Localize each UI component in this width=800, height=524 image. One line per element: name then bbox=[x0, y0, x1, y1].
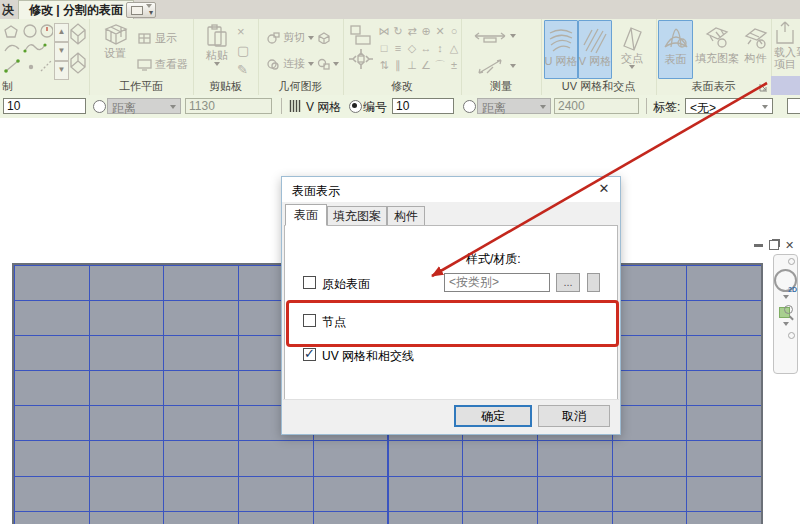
scroll-up-icon[interactable]: ▲ bbox=[54, 23, 69, 42]
paste-button[interactable]: 粘贴 bbox=[200, 23, 234, 66]
u-distance-dropdown[interactable]: 距离 bbox=[107, 98, 181, 114]
viewer-button[interactable]: 查看器 bbox=[137, 57, 188, 72]
load-into-project-button[interactable]: 载入到 项目 bbox=[774, 20, 800, 80]
modify-tool-icon[interactable]: ∥ bbox=[391, 57, 405, 74]
modify-tool-icon[interactable]: ↻ bbox=[391, 23, 405, 40]
cut-icon[interactable]: × bbox=[237, 24, 249, 39]
modify-tool-icon[interactable]: ⇅ bbox=[377, 57, 391, 74]
modify-tool-icon[interactable]: ○ bbox=[447, 23, 461, 40]
modify-tool-icon[interactable]: ⋈ bbox=[377, 23, 391, 40]
component-button[interactable]: 构件 bbox=[741, 20, 770, 77]
panel-draw: ▲ ▼ ▼ 制 bbox=[0, 19, 90, 95]
model-face-icon[interactable] bbox=[68, 22, 88, 46]
modify-tool-icon[interactable]: ⇄ bbox=[405, 23, 419, 40]
chevron-down-icon bbox=[333, 62, 339, 66]
modify-tool-icon[interactable]: ⊥ bbox=[405, 57, 419, 74]
draw-tools-icons[interactable] bbox=[3, 23, 53, 79]
cancel-button[interactable]: 取消 bbox=[538, 405, 610, 427]
surface-button[interactable]: 表面 bbox=[658, 20, 693, 79]
steering-wheel-icon[interactable]: 2D bbox=[774, 269, 797, 292]
navbar-pin-icon[interactable] bbox=[788, 258, 795, 265]
close-icon[interactable]: ✕ bbox=[785, 240, 794, 250]
dialog-launcher-icon[interactable] bbox=[759, 83, 768, 92]
options-bar: 距离 V 网格 编号 距离 标签: <无> bbox=[0, 95, 800, 119]
modify-tool-icon[interactable]: ⌒ bbox=[433, 57, 447, 74]
modify-tool-icon[interactable]: ◇ bbox=[405, 40, 419, 57]
tab-pattern[interactable]: 填充图案 bbox=[327, 206, 387, 226]
v-number-radio[interactable] bbox=[349, 100, 362, 113]
load-into-project-icon bbox=[774, 20, 796, 46]
browse-material-button[interactable]: ... bbox=[556, 273, 580, 292]
modify-tool-icon[interactable]: ↔ bbox=[419, 40, 433, 57]
modify-tool-icon[interactable]: ↕ bbox=[433, 40, 447, 57]
show-work-plane-button[interactable]: 显示 bbox=[137, 31, 177, 46]
modify-tool-icon[interactable]: ⊕ bbox=[419, 23, 433, 40]
ribbon-display-toggle-button[interactable]: ▾ bbox=[126, 2, 156, 18]
uv-grids-lines-checkbox[interactable] bbox=[303, 348, 316, 361]
cut-geometry-button[interactable]: 剪切 bbox=[266, 30, 330, 45]
modify-tool-icon[interactable]: ≡ bbox=[391, 40, 405, 57]
edge-input[interactable] bbox=[787, 98, 800, 114]
dialog-title: 表面表示 bbox=[292, 183, 340, 200]
measure-angle-button[interactable] bbox=[473, 57, 516, 75]
scroll-down-icon[interactable]: ▼ bbox=[54, 42, 69, 61]
magnifier-handle bbox=[789, 315, 794, 320]
modify-tool-icon[interactable]: △ bbox=[447, 40, 461, 57]
restore-icon[interactable] bbox=[769, 240, 779, 250]
cut-geometry-icon bbox=[266, 32, 280, 44]
tab-component[interactable]: 构件 bbox=[387, 206, 425, 226]
modify-shapes-icon[interactable] bbox=[348, 23, 374, 79]
u-distance-radio[interactable] bbox=[93, 100, 106, 113]
modify-tools-grid[interactable]: ⋈ ↻ ⇄ ⊕ ✕ ○ □ ≡ ◇ ↔ ↕ △ ⇅ ∥ ⊥ ∠ ⌒ ± bbox=[377, 23, 461, 74]
join-geometry-button[interactable]: 连接 bbox=[266, 56, 339, 71]
close-icon[interactable]: ✕ bbox=[596, 181, 612, 197]
minimize-icon[interactable] bbox=[754, 244, 763, 247]
chevron-down-icon bbox=[540, 105, 546, 109]
component-icon bbox=[743, 24, 769, 52]
u-distance-input[interactable] bbox=[185, 98, 272, 114]
measure-length-button[interactable] bbox=[473, 29, 516, 43]
chevron-down-icon bbox=[214, 62, 220, 66]
paint-icon[interactable] bbox=[317, 58, 330, 70]
v-distance-input[interactable] bbox=[554, 98, 639, 114]
panel-work-plane: 设置 显示 查看器 工作平面 bbox=[89, 19, 194, 95]
tag-dropdown[interactable]: <无> bbox=[685, 98, 773, 114]
material-input[interactable] bbox=[444, 273, 550, 292]
tab-modify-divided-surface[interactable]: 修改 | 分割的表面 bbox=[18, 0, 134, 19]
v-number-label: 编号 bbox=[363, 99, 387, 116]
red-highlight-box bbox=[286, 300, 619, 347]
copy-icon[interactable]: ▢ bbox=[237, 43, 249, 58]
panel-label-uv-grids: UV 网格和交点 bbox=[541, 79, 656, 94]
modify-tool-icon[interactable]: ∠ bbox=[419, 57, 433, 74]
modify-tool-icon[interactable]: ± bbox=[447, 57, 461, 74]
v-distance-dropdown[interactable]: 距离 bbox=[477, 98, 551, 114]
modify-tool-icon[interactable]: □ bbox=[377, 40, 391, 57]
v-grid-button[interactable]: V 网格 bbox=[578, 20, 612, 79]
dialog-title-bar[interactable]: 表面表示 ✕ bbox=[282, 177, 620, 202]
material-extra-button[interactable] bbox=[587, 273, 600, 292]
panel-geometry: 剪切 连接 几何图形 bbox=[258, 19, 344, 95]
cube-icon[interactable] bbox=[317, 32, 330, 44]
chevron-down-icon[interactable] bbox=[783, 322, 789, 326]
zoom-region-icon[interactable] bbox=[779, 305, 793, 319]
u-number-input[interactable] bbox=[3, 98, 86, 114]
modify-tool-icon[interactable]: ✕ bbox=[433, 23, 447, 40]
u-grid-button[interactable]: U 网格 bbox=[544, 20, 578, 79]
partial-tab[interactable]: 决 bbox=[2, 2, 14, 19]
set-work-plane-button[interactable]: 设置 bbox=[97, 23, 133, 59]
original-surface-checkbox[interactable] bbox=[303, 276, 316, 289]
ok-button[interactable]: 确定 bbox=[454, 405, 532, 427]
navbar-options-icon[interactable] bbox=[788, 332, 795, 339]
v-distance-radio[interactable] bbox=[463, 100, 476, 113]
tab-surface[interactable]: 表面 bbox=[285, 204, 327, 226]
match-type-icon[interactable]: ✎ bbox=[237, 62, 249, 77]
intersect-button[interactable]: 交点 bbox=[613, 20, 651, 80]
pattern-button[interactable]: 填充图案 bbox=[694, 20, 740, 77]
draw-scroll-buttons[interactable]: ▲ ▼ ▼ bbox=[54, 23, 69, 80]
v-number-input[interactable] bbox=[392, 98, 454, 114]
ribbon-tab-bar: 决 修改 | 分割的表面 ▾ bbox=[0, 0, 800, 20]
model-solid-icon[interactable] bbox=[68, 51, 88, 75]
scroll-expand-icon[interactable]: ▼ bbox=[54, 61, 69, 80]
chevron-down-icon[interactable] bbox=[783, 295, 789, 299]
chevron-down-icon bbox=[510, 64, 516, 68]
